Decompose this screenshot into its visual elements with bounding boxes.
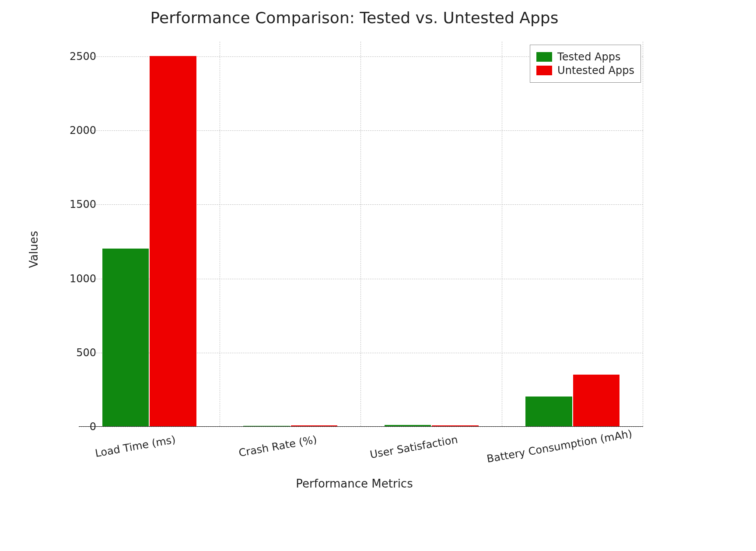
grid-line-v xyxy=(502,42,502,426)
x-tick-label: Crash Rate (%) xyxy=(203,433,318,465)
y-tick-label: 0 xyxy=(61,421,96,433)
grid-line-v xyxy=(360,42,361,426)
bar-untested xyxy=(291,425,337,426)
y-tick-label: 1000 xyxy=(61,273,96,285)
x-axis-label: Performance Metrics xyxy=(61,477,648,490)
grid-line-v xyxy=(220,42,220,426)
x-tick-label: User Satisfaction xyxy=(345,433,459,465)
bar-tested xyxy=(525,397,572,426)
legend-swatch-tested xyxy=(536,52,552,62)
grid-line-v xyxy=(643,42,643,426)
grid-line-h xyxy=(79,427,643,427)
bar-untested xyxy=(573,375,620,426)
bar-untested xyxy=(150,56,196,426)
legend: Tested Apps Untested Apps xyxy=(530,45,641,83)
x-tick-label: Load Time (ms) xyxy=(63,433,177,465)
x-tick-label: Battery Consumption (mAh) xyxy=(486,433,600,465)
y-tick-label: 2000 xyxy=(61,124,96,137)
y-axis-label: Values xyxy=(27,231,40,268)
chart-container: Performance Comparison: Tested vs. Untes… xyxy=(61,9,648,490)
legend-label-untested: Untested Apps xyxy=(557,64,634,77)
bar-untested xyxy=(432,425,478,426)
y-tick-label: 500 xyxy=(61,347,96,359)
legend-item-tested: Tested Apps xyxy=(536,51,634,63)
legend-item-untested: Untested Apps xyxy=(536,64,634,77)
bar-tested xyxy=(102,249,149,426)
legend-label-tested: Tested Apps xyxy=(557,51,620,63)
y-tick-label: 2500 xyxy=(61,50,96,63)
plot-area xyxy=(79,42,643,427)
bar-tested xyxy=(385,425,431,426)
bar-tested xyxy=(243,426,290,426)
chart-title: Performance Comparison: Tested vs. Untes… xyxy=(61,9,648,27)
legend-swatch-untested xyxy=(536,66,552,75)
y-tick-label: 1500 xyxy=(61,198,96,211)
